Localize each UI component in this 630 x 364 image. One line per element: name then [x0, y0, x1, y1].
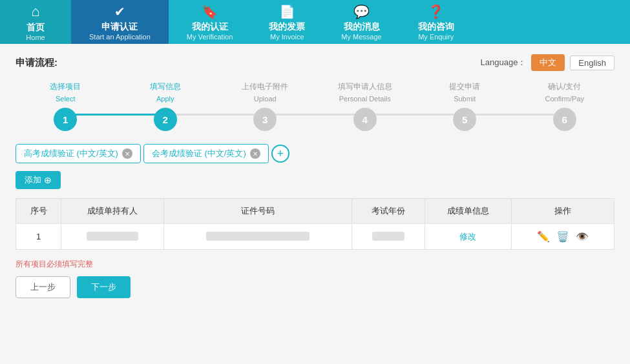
action-icons-group: ✏️ 🗑️ 👁️ — [517, 230, 609, 243]
nav-verify-zh: 我的认证 — [192, 21, 228, 33]
step-3-en: Upload — [254, 95, 277, 103]
nav-enquiry-zh: 我的咨询 — [418, 21, 454, 33]
step-4: 填写申请人信息 Personal Details 4 — [326, 81, 404, 131]
step-2: 填写信息 Apply 2 — [127, 81, 204, 131]
step-6-zh: 确认/支付 — [548, 81, 581, 92]
step-5: 提交申请 Submit 5 — [426, 81, 503, 131]
tab-huikao-label: 会考成绩验证 (中文/英文) — [152, 148, 246, 159]
add-record-button[interactable]: 添加 ⊕ — [16, 171, 61, 189]
nav-home-en: Home — [26, 34, 45, 41]
col-year: 考试年份 — [352, 199, 425, 224]
cell-actions: ✏️ 🗑️ 👁️ — [511, 224, 614, 250]
nav-apply[interactable]: ✔ 申请认证 Start an Application — [71, 0, 169, 44]
tab-gaokao[interactable]: 高考成绩验证 (中文/英文) ✕ — [16, 144, 141, 163]
step-2-en: Apply — [156, 95, 174, 103]
tabs-row: 高考成绩验证 (中文/英文) ✕ 会考成绩验证 (中文/英文) ✕ + — [16, 144, 614, 163]
nav-message-en: My Message — [341, 33, 381, 41]
edit-icon[interactable]: ✏️ — [537, 230, 550, 243]
verify-icon: 🔖 — [202, 4, 218, 19]
nav-home-zh: 首页 — [26, 22, 45, 34]
nav-apply-en: Start an Application — [89, 33, 151, 41]
delete-icon[interactable]: 🗑️ — [556, 230, 569, 243]
enquiry-icon: ❓ — [428, 4, 444, 19]
message-icon: 💬 — [353, 4, 370, 19]
step-1-zh: 选择项目 — [50, 81, 81, 92]
nav-enquiry[interactable]: ❓ 我的咨询 My Enquiry — [400, 0, 472, 44]
idnum-blurred — [206, 232, 310, 241]
nav-apply-zh: 申请认证 — [101, 21, 138, 33]
tab-huikao-close[interactable]: ✕ — [250, 148, 260, 159]
nav-verify-en: My Verification — [187, 33, 233, 41]
language-label: Language： — [481, 57, 527, 68]
nav-invoice[interactable]: 📄 我的发票 My Invoice — [251, 0, 323, 44]
cell-year — [352, 224, 425, 250]
step-1-circle: 1 — [54, 108, 77, 131]
cell-idnum — [164, 224, 352, 250]
tab-gaokao-label: 高考成绩验证 (中文/英文) — [24, 148, 118, 159]
lang-en-button[interactable]: English — [570, 56, 614, 70]
step-3: 上传电子附件 Upload 3 — [226, 81, 304, 131]
add-button-label: 添加 — [25, 174, 41, 186]
col-actions: 操作 — [511, 199, 614, 224]
table-row: 1 修改 ✏️ 🗑️ 👁️ — [16, 224, 614, 250]
nav-enquiry-en: My Enquiry — [418, 33, 454, 41]
step-6: 确认/支付 Confirm/Pay 6 — [526, 81, 604, 131]
step-1: 选择项目 Select 1 — [26, 81, 104, 131]
step-4-circle: 4 — [353, 108, 377, 131]
view-icon[interactable]: 👁️ — [576, 230, 589, 243]
next-button[interactable]: 下一步 — [77, 276, 131, 298]
col-holder: 成绩单持有人 — [61, 199, 164, 224]
step-2-zh: 填写信息 — [150, 81, 181, 92]
step-1-en: Select — [56, 95, 76, 103]
holder-blurred — [87, 232, 138, 241]
cell-info[interactable]: 修改 — [425, 224, 511, 250]
nav-message[interactable]: 💬 我的消息 My Message — [323, 0, 399, 44]
col-index: 序号 — [16, 199, 61, 224]
step-5-zh: 提交申请 — [449, 81, 480, 92]
lang-zh-button[interactable]: 中文 — [531, 54, 565, 71]
modify-link[interactable]: 修改 — [459, 232, 476, 241]
records-table: 序号 成绩单持有人 证件号码 考试年份 成绩单信息 操作 1 — [16, 198, 614, 250]
tab-huikao[interactable]: 会考成绩验证 (中文/英文) ✕ — [143, 144, 269, 163]
process-header: 申请流程: Language： 中文 English — [16, 54, 614, 71]
year-blurred — [372, 232, 404, 241]
step-4-zh: 填写申请人信息 — [338, 81, 392, 92]
nav-message-zh: 我的消息 — [344, 21, 380, 33]
step-6-circle: 6 — [553, 108, 576, 131]
table-header-row: 序号 成绩单持有人 证件号码 考试年份 成绩单信息 操作 — [16, 199, 614, 224]
step-3-zh: 上传电子附件 — [242, 81, 288, 92]
add-icon: ⊕ — [44, 175, 52, 185]
step-5-circle: 5 — [453, 108, 476, 131]
prev-button[interactable]: 上一步 — [16, 276, 70, 298]
step-3-circle: 3 — [253, 108, 277, 131]
step-6-en: Confirm/Pay — [545, 95, 584, 103]
nav-verification[interactable]: 🔖 我的认证 My Verification — [169, 0, 251, 44]
nav-invoice-zh: 我的发票 — [269, 21, 305, 33]
home-icon — [31, 3, 39, 20]
main-content: 申请流程: Language： 中文 English 选择项目 Select 1… — [0, 44, 630, 364]
required-note: 所有项目必须填写完整 — [16, 259, 614, 270]
steps-container: 选择项目 Select 1 填写信息 Apply 2 上传电子附件 Upload… — [16, 81, 614, 131]
language-selector: Language： 中文 English — [481, 54, 614, 71]
cell-holder — [61, 224, 164, 250]
nav-home[interactable]: 首页 Home — [0, 0, 71, 44]
tab-gaokao-close[interactable]: ✕ — [122, 148, 132, 159]
bottom-buttons: 上一步 下一步 — [16, 276, 614, 298]
apply-icon: ✔ — [114, 4, 125, 19]
col-idnum: 证件号码 — [164, 199, 352, 224]
invoice-icon: 📄 — [279, 4, 295, 19]
step-4-en: Personal Details — [339, 95, 391, 103]
process-title: 申请流程: — [16, 57, 58, 69]
steps-row: 选择项目 Select 1 填写信息 Apply 2 上传电子附件 Upload… — [16, 81, 614, 131]
tab-add-button[interactable]: + — [271, 145, 289, 163]
nav-invoice-en: My Invoice — [270, 33, 304, 41]
step-5-en: Submit — [454, 95, 476, 103]
top-navigation: 首页 Home ✔ 申请认证 Start an Application 🔖 我的… — [0, 0, 630, 44]
cell-index: 1 — [16, 224, 61, 250]
col-info: 成绩单信息 — [425, 199, 511, 224]
step-2-circle: 2 — [154, 108, 177, 131]
